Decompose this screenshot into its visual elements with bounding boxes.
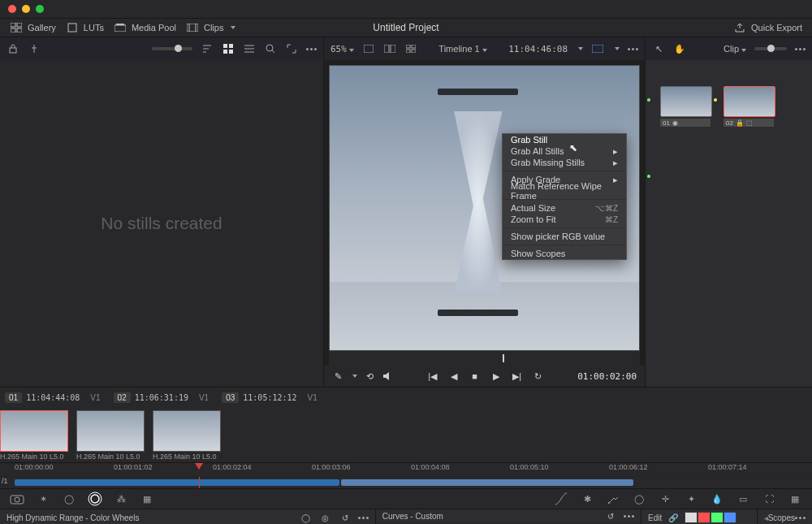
timeline-ruler[interactable]: 01:00:00:00 01:00:01:02 01:00:02:04 01:0… <box>0 462 812 476</box>
zoom-dropdown[interactable]: 65% <box>330 44 354 54</box>
sizing-icon[interactable]: ⛶ <box>762 492 776 506</box>
node-mode-dropdown[interactable]: Clip <box>723 44 746 54</box>
clip-thumb-3[interactable]: H.265 Main 10 L5.0 <box>153 410 221 461</box>
grid-view-icon[interactable] <box>222 42 235 55</box>
stop-button[interactable]: ■ <box>469 370 481 382</box>
clip-thumb-1[interactable]: H.265 Main 10 L5.0 <box>0 410 68 461</box>
ctx-grab-all-stills[interactable]: Grab All Stills▸ <box>503 145 626 157</box>
expand-icon[interactable] <box>285 42 298 55</box>
node-1[interactable]: 01◉ <box>660 86 710 127</box>
stereo-icon[interactable]: ▦ <box>788 492 802 506</box>
clip-header-3[interactable]: 0311:05:12:12V1 <box>217 392 322 403</box>
blur-icon[interactable]: 💧 <box>710 492 724 506</box>
rgb-mixer-icon[interactable]: ⁂ <box>114 492 128 506</box>
node-2[interactable]: 02🔒⬚ <box>723 86 774 127</box>
motion-effects-icon[interactable]: ▦ <box>140 492 154 506</box>
hand-tool-icon[interactable]: ✋ <box>673 42 686 55</box>
svg-rect-0 <box>11 23 15 27</box>
prev-frame-button[interactable]: ◀ <box>448 370 460 382</box>
single-view-icon[interactable] <box>362 42 375 55</box>
node-zoom-slider[interactable] <box>754 47 787 50</box>
svg-rect-14 <box>229 50 233 54</box>
thumb-size-slider[interactable] <box>152 47 192 50</box>
scopes-more-icon[interactable] <box>795 517 806 519</box>
hdr-target-icon[interactable]: ◎ <box>319 511 332 524</box>
nodes-more-icon[interactable] <box>795 48 806 50</box>
node-input-pin[interactable] <box>647 98 650 102</box>
ruler-tick: 01:00:00:00 <box>15 463 54 471</box>
clip-header-2[interactable]: 0211:06:31:19V1 <box>109 392 214 403</box>
warper-icon[interactable]: ✱ <box>580 492 594 506</box>
viewer-image[interactable]: Grab Still Grab All Stills▸ Grab Missing… <box>329 65 640 351</box>
camera-raw-icon[interactable] <box>10 492 24 506</box>
hdr-wheel-icon[interactable]: ◯ <box>300 511 313 524</box>
loop-button[interactable]: ↻ <box>533 370 544 382</box>
wheels-icon[interactable]: ◯ <box>62 492 76 506</box>
quad-view-icon[interactable] <box>404 42 417 55</box>
viewer-more-icon[interactable] <box>628 48 638 50</box>
gallery-label: Gallery <box>28 23 56 32</box>
list-view-icon[interactable] <box>243 42 256 55</box>
project-timecode[interactable]: 11:04:46:08 <box>508 44 568 54</box>
eyedropper-icon[interactable]: ✎ <box>332 370 343 382</box>
more-options-icon[interactable] <box>306 48 317 50</box>
media-pool-toggle[interactable]: Media Pool <box>109 19 181 37</box>
curves-icon[interactable] <box>554 492 568 506</box>
sort-icon[interactable] <box>201 42 214 55</box>
clip-header-1[interactable]: 0111:04:44:08V1 <box>0 392 106 403</box>
loop-region-icon[interactable]: ⟲ <box>364 370 375 382</box>
close-window-button[interactable] <box>8 5 16 13</box>
clip-on-track-2[interactable] <box>341 479 633 486</box>
svg-rect-12 <box>229 44 233 48</box>
node-graph[interactable]: 01◉ 02🔒⬚ <box>646 60 812 387</box>
hdr-wheels-icon[interactable] <box>88 492 102 506</box>
hdr-reset-icon[interactable]: ↺ <box>339 511 352 524</box>
minimize-window-button[interactable] <box>22 5 30 13</box>
magic-mask-icon[interactable]: ✦ <box>684 492 698 506</box>
ctx-grab-missing-stills[interactable]: Grab Missing Stills▸ <box>503 157 626 168</box>
dual-view-icon[interactable] <box>383 42 396 55</box>
clip-on-track-1[interactable] <box>15 479 339 486</box>
hdr-more-icon[interactable] <box>358 517 369 519</box>
pointer-tool-icon[interactable]: ↖ <box>652 42 665 55</box>
ctx-actual-size[interactable]: Actual Size⌥⌘Z <box>503 202 626 214</box>
node-input-pin[interactable] <box>647 175 650 178</box>
clip-thumb-2[interactable]: H.265 Main 10 L5.0 <box>76 410 145 461</box>
curves-title: Curves - Custom <box>382 512 443 521</box>
play-button[interactable]: ▶ <box>490 370 502 382</box>
timeline-track-v1[interactable]: /1 <box>0 476 812 488</box>
ctx-zoom-to-fit[interactable]: Zoom to Fit⌘Z <box>503 214 626 225</box>
curves-reset-icon[interactable]: ↺ <box>604 509 617 522</box>
clip-timecode[interactable]: 01:00:02:00 <box>577 371 637 382</box>
channel-swatches[interactable] <box>685 512 736 523</box>
ctx-show-picker-rgb[interactable]: Show picker RGB value <box>503 231 626 242</box>
tracker-icon[interactable]: ✛ <box>658 492 672 506</box>
svg-rect-4 <box>68 24 76 32</box>
qualifier-icon[interactable] <box>606 492 620 506</box>
no-stills-text: No stills created <box>101 214 222 233</box>
svg-rect-11 <box>223 44 227 48</box>
link-icon[interactable]: 🔗 <box>667 511 680 524</box>
scrub-bar[interactable] <box>329 351 640 366</box>
maximize-window-button[interactable] <box>36 5 44 13</box>
pin-icon[interactable] <box>28 42 41 55</box>
gallery-toggle[interactable]: Gallery <box>5 19 61 37</box>
lock-icon[interactable] <box>6 42 19 55</box>
mute-icon[interactable] <box>382 370 393 382</box>
ctx-grab-still[interactable]: Grab Still <box>503 134 626 145</box>
clips-dropdown[interactable]: Clips <box>181 19 240 37</box>
bypass-icon[interactable] <box>591 42 604 55</box>
curves-more-icon[interactable] <box>624 515 634 518</box>
search-icon[interactable] <box>264 42 277 55</box>
ctx-match-reference[interactable]: Match Reference Wipe Frame <box>503 185 626 197</box>
timeline-dropdown[interactable]: Timeline 1 <box>438 44 486 54</box>
key-icon[interactable]: ▭ <box>736 492 750 506</box>
quick-export-button[interactable]: Quick Export <box>728 19 807 37</box>
ctx-show-scopes[interactable]: Show Scopes <box>503 248 626 259</box>
luts-toggle[interactable]: LUTs <box>61 19 109 37</box>
first-frame-button[interactable]: |◀ <box>427 370 438 382</box>
window-icon[interactable]: ◯ <box>632 492 646 506</box>
last-frame-button[interactable]: ▶| <box>512 370 523 382</box>
scopes-panel: ◂ Scopes 90 <box>758 509 812 524</box>
color-match-icon[interactable]: ✶ <box>36 492 50 506</box>
